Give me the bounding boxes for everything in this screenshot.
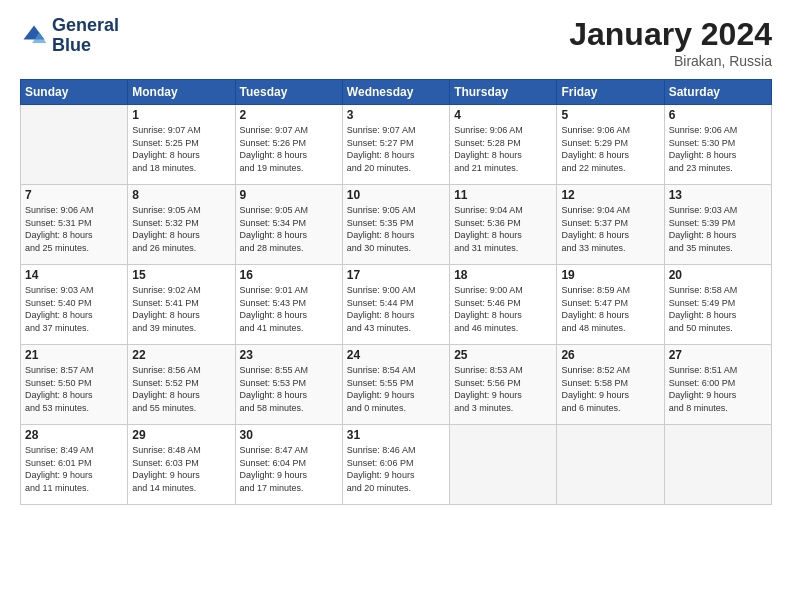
month-title: January 2024	[569, 16, 772, 53]
day-number: 9	[240, 188, 338, 202]
day-info: Sunrise: 9:05 AM Sunset: 5:35 PM Dayligh…	[347, 204, 445, 254]
day-info: Sunrise: 8:48 AM Sunset: 6:03 PM Dayligh…	[132, 444, 230, 494]
calendar-container: General Blue January 2024 Birakan, Russi…	[0, 0, 792, 612]
day-cell: 10Sunrise: 9:05 AM Sunset: 5:35 PM Dayli…	[342, 185, 449, 265]
day-cell: 11Sunrise: 9:04 AM Sunset: 5:36 PM Dayli…	[450, 185, 557, 265]
day-info: Sunrise: 9:02 AM Sunset: 5:41 PM Dayligh…	[132, 284, 230, 334]
day-info: Sunrise: 9:07 AM Sunset: 5:25 PM Dayligh…	[132, 124, 230, 174]
day-cell: 6Sunrise: 9:06 AM Sunset: 5:30 PM Daylig…	[664, 105, 771, 185]
day-cell: 12Sunrise: 9:04 AM Sunset: 5:37 PM Dayli…	[557, 185, 664, 265]
day-number: 25	[454, 348, 552, 362]
day-info: Sunrise: 8:56 AM Sunset: 5:52 PM Dayligh…	[132, 364, 230, 414]
col-header-thursday: Thursday	[450, 80, 557, 105]
day-number: 15	[132, 268, 230, 282]
day-info: Sunrise: 8:55 AM Sunset: 5:53 PM Dayligh…	[240, 364, 338, 414]
day-cell: 27Sunrise: 8:51 AM Sunset: 6:00 PM Dayli…	[664, 345, 771, 425]
week-row-4: 21Sunrise: 8:57 AM Sunset: 5:50 PM Dayli…	[21, 345, 772, 425]
day-cell: 24Sunrise: 8:54 AM Sunset: 5:55 PM Dayli…	[342, 345, 449, 425]
day-info: Sunrise: 8:51 AM Sunset: 6:00 PM Dayligh…	[669, 364, 767, 414]
col-header-monday: Monday	[128, 80, 235, 105]
day-cell: 18Sunrise: 9:00 AM Sunset: 5:46 PM Dayli…	[450, 265, 557, 345]
day-cell: 25Sunrise: 8:53 AM Sunset: 5:56 PM Dayli…	[450, 345, 557, 425]
header-row: SundayMondayTuesdayWednesdayThursdayFrid…	[21, 80, 772, 105]
day-number: 13	[669, 188, 767, 202]
day-info: Sunrise: 9:00 AM Sunset: 5:46 PM Dayligh…	[454, 284, 552, 334]
day-number: 8	[132, 188, 230, 202]
day-cell	[664, 425, 771, 505]
day-info: Sunrise: 9:04 AM Sunset: 5:37 PM Dayligh…	[561, 204, 659, 254]
day-number: 29	[132, 428, 230, 442]
title-block: January 2024 Birakan, Russia	[569, 16, 772, 69]
day-info: Sunrise: 9:04 AM Sunset: 5:36 PM Dayligh…	[454, 204, 552, 254]
day-cell: 19Sunrise: 8:59 AM Sunset: 5:47 PM Dayli…	[557, 265, 664, 345]
day-info: Sunrise: 8:47 AM Sunset: 6:04 PM Dayligh…	[240, 444, 338, 494]
day-cell: 14Sunrise: 9:03 AM Sunset: 5:40 PM Dayli…	[21, 265, 128, 345]
day-info: Sunrise: 8:53 AM Sunset: 5:56 PM Dayligh…	[454, 364, 552, 414]
day-number: 20	[669, 268, 767, 282]
day-info: Sunrise: 9:05 AM Sunset: 5:34 PM Dayligh…	[240, 204, 338, 254]
day-cell: 5Sunrise: 9:06 AM Sunset: 5:29 PM Daylig…	[557, 105, 664, 185]
location: Birakan, Russia	[569, 53, 772, 69]
day-info: Sunrise: 8:49 AM Sunset: 6:01 PM Dayligh…	[25, 444, 123, 494]
col-header-tuesday: Tuesday	[235, 80, 342, 105]
day-info: Sunrise: 9:06 AM Sunset: 5:29 PM Dayligh…	[561, 124, 659, 174]
header: General Blue January 2024 Birakan, Russi…	[20, 16, 772, 69]
col-header-sunday: Sunday	[21, 80, 128, 105]
day-info: Sunrise: 9:07 AM Sunset: 5:26 PM Dayligh…	[240, 124, 338, 174]
day-number: 19	[561, 268, 659, 282]
day-number: 12	[561, 188, 659, 202]
col-header-saturday: Saturday	[664, 80, 771, 105]
day-cell: 28Sunrise: 8:49 AM Sunset: 6:01 PM Dayli…	[21, 425, 128, 505]
day-number: 24	[347, 348, 445, 362]
logo-icon	[20, 22, 48, 50]
day-number: 1	[132, 108, 230, 122]
day-info: Sunrise: 9:03 AM Sunset: 5:39 PM Dayligh…	[669, 204, 767, 254]
week-row-5: 28Sunrise: 8:49 AM Sunset: 6:01 PM Dayli…	[21, 425, 772, 505]
day-number: 17	[347, 268, 445, 282]
day-number: 28	[25, 428, 123, 442]
day-cell	[21, 105, 128, 185]
day-number: 10	[347, 188, 445, 202]
day-number: 23	[240, 348, 338, 362]
day-cell: 21Sunrise: 8:57 AM Sunset: 5:50 PM Dayli…	[21, 345, 128, 425]
day-number: 6	[669, 108, 767, 122]
week-row-2: 7Sunrise: 9:06 AM Sunset: 5:31 PM Daylig…	[21, 185, 772, 265]
day-info: Sunrise: 8:59 AM Sunset: 5:47 PM Dayligh…	[561, 284, 659, 334]
day-number: 22	[132, 348, 230, 362]
day-cell	[450, 425, 557, 505]
day-cell: 22Sunrise: 8:56 AM Sunset: 5:52 PM Dayli…	[128, 345, 235, 425]
col-header-wednesday: Wednesday	[342, 80, 449, 105]
day-cell: 13Sunrise: 9:03 AM Sunset: 5:39 PM Dayli…	[664, 185, 771, 265]
day-cell: 30Sunrise: 8:47 AM Sunset: 6:04 PM Dayli…	[235, 425, 342, 505]
day-cell: 1Sunrise: 9:07 AM Sunset: 5:25 PM Daylig…	[128, 105, 235, 185]
day-cell: 2Sunrise: 9:07 AM Sunset: 5:26 PM Daylig…	[235, 105, 342, 185]
day-info: Sunrise: 8:57 AM Sunset: 5:50 PM Dayligh…	[25, 364, 123, 414]
week-row-3: 14Sunrise: 9:03 AM Sunset: 5:40 PM Dayli…	[21, 265, 772, 345]
day-number: 11	[454, 188, 552, 202]
day-cell: 4Sunrise: 9:06 AM Sunset: 5:28 PM Daylig…	[450, 105, 557, 185]
day-number: 27	[669, 348, 767, 362]
day-number: 26	[561, 348, 659, 362]
day-number: 18	[454, 268, 552, 282]
day-info: Sunrise: 9:01 AM Sunset: 5:43 PM Dayligh…	[240, 284, 338, 334]
day-number: 5	[561, 108, 659, 122]
day-cell: 31Sunrise: 8:46 AM Sunset: 6:06 PM Dayli…	[342, 425, 449, 505]
day-cell: 15Sunrise: 9:02 AM Sunset: 5:41 PM Dayli…	[128, 265, 235, 345]
day-info: Sunrise: 8:52 AM Sunset: 5:58 PM Dayligh…	[561, 364, 659, 414]
day-info: Sunrise: 9:03 AM Sunset: 5:40 PM Dayligh…	[25, 284, 123, 334]
day-info: Sunrise: 8:54 AM Sunset: 5:55 PM Dayligh…	[347, 364, 445, 414]
day-number: 31	[347, 428, 445, 442]
day-cell: 3Sunrise: 9:07 AM Sunset: 5:27 PM Daylig…	[342, 105, 449, 185]
day-number: 30	[240, 428, 338, 442]
day-info: Sunrise: 9:06 AM Sunset: 5:28 PM Dayligh…	[454, 124, 552, 174]
day-number: 2	[240, 108, 338, 122]
day-cell: 23Sunrise: 8:55 AM Sunset: 5:53 PM Dayli…	[235, 345, 342, 425]
day-number: 7	[25, 188, 123, 202]
day-cell	[557, 425, 664, 505]
day-info: Sunrise: 8:58 AM Sunset: 5:49 PM Dayligh…	[669, 284, 767, 334]
day-cell: 8Sunrise: 9:05 AM Sunset: 5:32 PM Daylig…	[128, 185, 235, 265]
day-cell: 20Sunrise: 8:58 AM Sunset: 5:49 PM Dayli…	[664, 265, 771, 345]
day-info: Sunrise: 9:07 AM Sunset: 5:27 PM Dayligh…	[347, 124, 445, 174]
day-info: Sunrise: 9:00 AM Sunset: 5:44 PM Dayligh…	[347, 284, 445, 334]
day-cell: 26Sunrise: 8:52 AM Sunset: 5:58 PM Dayli…	[557, 345, 664, 425]
